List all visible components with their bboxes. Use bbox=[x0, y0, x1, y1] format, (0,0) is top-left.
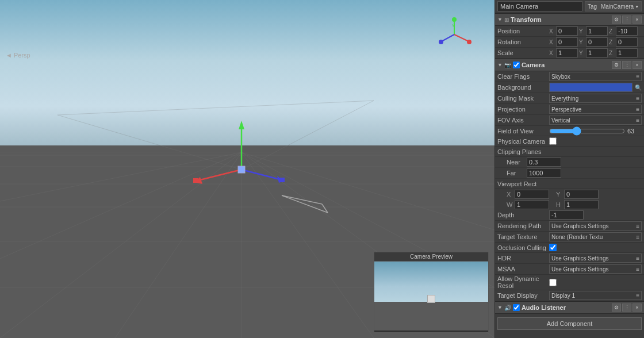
fov-slider[interactable] bbox=[549, 128, 625, 135]
clear-flags-label: Clear Flags bbox=[497, 73, 549, 80]
clipping-near-row: Near bbox=[495, 157, 644, 168]
camera-settings-btn[interactable]: ⚙ bbox=[612, 61, 621, 69]
transform-close-btn[interactable]: × bbox=[632, 16, 642, 24]
vp-h-input[interactable] bbox=[564, 200, 599, 209]
scale-z-input[interactable] bbox=[616, 48, 638, 57]
projection-label: Projection bbox=[497, 106, 549, 113]
vp-y-label: Y bbox=[556, 191, 562, 198]
fov-row: Field of View 63 bbox=[495, 126, 644, 136]
clipping-far-row: Far bbox=[495, 168, 644, 179]
allow-dynamic-checkbox[interactable] bbox=[549, 279, 557, 286]
svg-point-35 bbox=[467, 40, 471, 44]
scale-label: Scale bbox=[497, 49, 549, 56]
audio-settings-btn[interactable]: ⚙ bbox=[612, 304, 621, 312]
msaa-dropdown[interactable]: Use Graphics Settings bbox=[549, 264, 642, 274]
viewport-rect-label: Viewport Rect bbox=[497, 180, 549, 187]
allow-dynamic-label: Allow Dynamic Resol bbox=[497, 275, 549, 289]
rot-x-input[interactable] bbox=[556, 37, 578, 47]
fov-label: Field of View bbox=[497, 128, 549, 135]
camera-icon: 📷 bbox=[504, 62, 511, 68]
far-input[interactable] bbox=[527, 168, 561, 178]
hdr-row: HDR Use Graphics Settings bbox=[495, 253, 644, 264]
svg-line-26 bbox=[241, 170, 282, 180]
transform-more-btn[interactable]: ⋮ bbox=[622, 16, 631, 24]
audio-listener-enabled-checkbox[interactable] bbox=[513, 304, 520, 311]
transform-title: Transform bbox=[511, 16, 610, 23]
svg-line-7 bbox=[0, 152, 241, 201]
rot-z-input[interactable] bbox=[616, 37, 638, 47]
audio-close-btn[interactable]: × bbox=[632, 304, 642, 312]
scene-gizmo: Y bbox=[437, 17, 471, 52]
fov-axis-dropdown[interactable]: Vertical bbox=[549, 116, 642, 125]
background-label: Background bbox=[497, 84, 549, 91]
svg-line-13 bbox=[241, 152, 494, 230]
fov-value: 63 bbox=[627, 128, 642, 135]
background-row: Background 🔍 bbox=[495, 82, 644, 93]
svg-point-32 bbox=[452, 17, 457, 22]
rendering-path-dropdown[interactable]: Use Graphics Settings bbox=[549, 221, 642, 231]
depth-input[interactable] bbox=[549, 210, 584, 220]
culling-mask-row: Culling Mask Everything bbox=[495, 93, 644, 104]
target-texture-label: Target Texture bbox=[497, 233, 549, 240]
svg-line-12 bbox=[241, 152, 374, 338]
clear-flags-dropdown[interactable]: Skybox bbox=[549, 72, 642, 81]
pos-y-input[interactable] bbox=[586, 26, 608, 36]
vp-w-label: W bbox=[507, 201, 512, 208]
vp-w-input[interactable] bbox=[515, 200, 549, 209]
pos-z-label: Z bbox=[609, 28, 615, 34]
depth-row: Depth bbox=[495, 210, 644, 221]
cam-preview-marker bbox=[427, 295, 435, 303]
background-color-swatch[interactable] bbox=[549, 83, 632, 92]
target-texture-dropdown[interactable]: None (Render Textu bbox=[549, 232, 642, 241]
msaa-label: MSAA bbox=[497, 266, 549, 272]
occlusion-culling-checkbox[interactable] bbox=[549, 244, 557, 251]
vp-x-input[interactable] bbox=[515, 190, 549, 199]
add-component-button[interactable]: Add Component bbox=[497, 317, 642, 330]
pos-x-input[interactable] bbox=[556, 26, 578, 36]
camera-preview: Camera Preview bbox=[374, 252, 489, 332]
scene-view[interactable]: Y ◄ Persp Camera Preview bbox=[0, 0, 494, 338]
far-label: Far bbox=[507, 170, 527, 176]
near-label: Near bbox=[507, 159, 527, 166]
camera-arrow[interactable]: ▼ bbox=[497, 62, 503, 68]
position-row: Position X Y Z bbox=[495, 26, 644, 37]
camera-close-btn[interactable]: × bbox=[632, 61, 642, 69]
svg-line-18 bbox=[57, 101, 374, 115]
camera-name-input[interactable] bbox=[497, 1, 582, 11]
near-input[interactable] bbox=[527, 158, 561, 167]
target-display-row: Target Display Display 1 bbox=[495, 290, 644, 301]
culling-mask-dropdown[interactable]: Everything bbox=[549, 94, 642, 103]
audio-arrow[interactable]: ▼ bbox=[497, 305, 503, 310]
target-display-dropdown[interactable]: Display 1 bbox=[549, 291, 642, 300]
audio-more-btn[interactable]: ⋮ bbox=[622, 304, 631, 312]
svg-rect-28 bbox=[238, 166, 245, 173]
camera-section-header: ▼ 📷 Camera ⚙ ⋮ × bbox=[495, 59, 644, 71]
vp-y-input[interactable] bbox=[564, 190, 599, 199]
physical-camera-label: Physical Camera bbox=[497, 138, 549, 145]
camera-enabled-checkbox[interactable] bbox=[513, 62, 520, 68]
projection-dropdown[interactable]: Perspective bbox=[549, 105, 642, 114]
scale-y-input[interactable] bbox=[586, 48, 608, 57]
rotation-label: Rotation bbox=[497, 39, 549, 45]
camera-more-btn[interactable]: ⋮ bbox=[622, 61, 631, 69]
scale-xyz: X Y Z bbox=[549, 48, 642, 57]
physical-camera-checkbox[interactable] bbox=[549, 137, 557, 145]
eyedropper-icon[interactable]: 🔍 bbox=[635, 84, 642, 91]
transform-arrow[interactable]: ▼ bbox=[497, 17, 503, 22]
viewport-wh-row: W H bbox=[495, 199, 644, 210]
tag-dropdown[interactable]: Tag MainCamera bbox=[585, 1, 642, 11]
scale-x-input[interactable] bbox=[556, 48, 578, 57]
rendering-path-row: Rendering Path Use Graphics Settings bbox=[495, 221, 644, 232]
svg-line-34 bbox=[454, 34, 469, 41]
depth-label: Depth bbox=[497, 212, 549, 218]
transform-settings-btn[interactable]: ⚙ bbox=[612, 16, 621, 24]
rotation-row: Rotation X Y Z bbox=[495, 37, 644, 48]
vp-h-label: H bbox=[556, 201, 562, 208]
physical-camera-row: Physical Camera bbox=[495, 136, 644, 147]
rot-y-input[interactable] bbox=[586, 37, 608, 47]
pos-z-input[interactable] bbox=[616, 26, 638, 36]
clipping-planes-label: Clipping Planes bbox=[497, 148, 549, 155]
svg-rect-30 bbox=[280, 178, 285, 182]
hdr-dropdown[interactable]: Use Graphics Settings bbox=[549, 254, 642, 263]
background-value: 🔍 bbox=[549, 83, 642, 92]
